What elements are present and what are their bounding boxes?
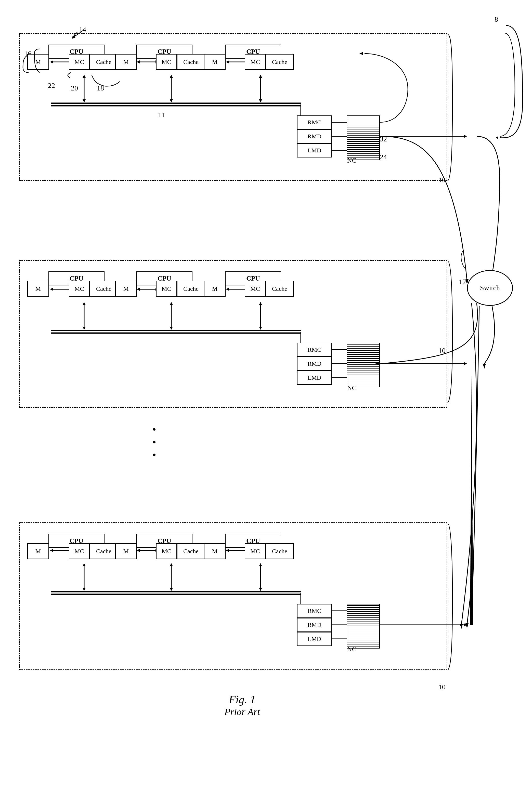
mc-box-1-3: MC — [245, 54, 266, 70]
cache-box-2-3: Cache — [266, 281, 294, 296]
svg-marker-109 — [460, 624, 463, 629]
cache-box-1-3: Cache — [266, 54, 294, 70]
svg-line-102 — [467, 586, 472, 625]
nc-label-1: NC — [347, 157, 356, 165]
switch-oval: Switch — [467, 270, 513, 306]
nc-hatched-1 — [347, 115, 380, 160]
svg-marker-65 — [464, 362, 467, 365]
nc-label-3: NC — [347, 645, 356, 653]
m-box-2-2: M — [115, 281, 137, 296]
svg-marker-104 — [496, 136, 498, 139]
m-box-1-2: M — [115, 54, 137, 70]
cache-box-3-2: Cache — [177, 543, 205, 559]
svg-marker-101 — [470, 375, 473, 625]
ref-8: 8 — [495, 15, 498, 23]
mc-box-3-3: MC — [245, 543, 266, 559]
rmc-box-3: RMC — [297, 604, 332, 618]
mc-box-1-1: MC — [69, 54, 90, 70]
cache-box-3-3: Cache — [266, 543, 294, 559]
dot-separator-2 — [153, 441, 155, 443]
m-box-3-1: M — [27, 543, 49, 559]
nc-hatched-3 — [347, 604, 380, 649]
svg-marker-100 — [483, 364, 486, 369]
m-box-2-1: M — [27, 281, 49, 296]
rmd-box-1: RMD — [297, 130, 332, 143]
lmd-box-1: LMD — [297, 143, 332, 157]
svg-marker-98 — [464, 623, 467, 626]
page: 8 14 ↙ 16 ⌐ 22 20 18 11 28 30 26 32 24 1… — [0, 0, 532, 792]
m-box-3-3: M — [204, 543, 226, 559]
rmc-box-1: RMC — [297, 115, 332, 130]
dot-separator-1 — [153, 428, 155, 431]
m-box-3-2: M — [115, 543, 137, 559]
mc-box-1-2: MC — [156, 54, 177, 70]
m-box-1-3: M — [204, 54, 226, 70]
rmd-box-3: RMD — [297, 618, 332, 632]
mc-box-3-2: MC — [156, 543, 177, 559]
m-box-1-1: M — [27, 54, 49, 70]
nc-hatched-2 — [347, 343, 380, 387]
lmd-box-3: LMD — [297, 632, 332, 646]
cache-box-1-2: Cache — [177, 54, 205, 70]
cache-box-3-1: Cache — [90, 543, 118, 559]
ref-12: 12 — [459, 278, 466, 286]
fig-sub: Prior Art — [128, 706, 357, 717]
figure-caption: Fig. 1 Prior Art — [128, 693, 357, 717]
cache-box-2-2: Cache — [177, 281, 205, 296]
cache-box-1-1: Cache — [90, 54, 118, 70]
ref-14: 14 — [79, 25, 86, 34]
rmd-box-2: RMD — [297, 357, 332, 371]
rmc-box-2: RMC — [297, 343, 332, 357]
ref-10-3: 10 — [438, 683, 445, 691]
cache-box-2-1: Cache — [90, 281, 118, 296]
svg-marker-32 — [464, 135, 467, 138]
nc-label-2: NC — [347, 384, 356, 392]
fig-title: Fig. 1 — [128, 693, 357, 706]
svg-marker-103 — [466, 623, 469, 629]
mc-box-2-1: MC — [69, 281, 90, 296]
lmd-box-2: LMD — [297, 371, 332, 385]
mc-box-3-1: MC — [69, 543, 90, 559]
dot-separator-3 — [153, 453, 155, 456]
mc-box-2-2: MC — [156, 281, 177, 296]
m-box-2-3: M — [204, 281, 226, 296]
mc-box-2-3: MC — [245, 281, 266, 296]
